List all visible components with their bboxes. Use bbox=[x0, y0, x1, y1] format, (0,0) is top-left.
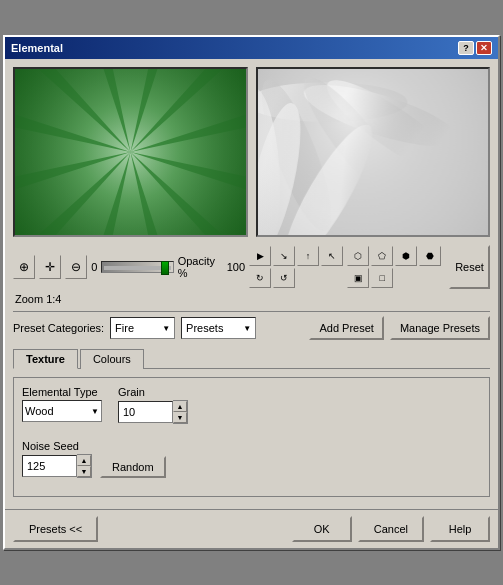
add-preset-button[interactable]: Add Preset bbox=[309, 316, 383, 340]
presets-dropdown[interactable]: Presets ▼ bbox=[181, 317, 256, 339]
preset-categories-label: Preset Categories: bbox=[13, 322, 104, 334]
pattern-icon: ⬣ bbox=[426, 251, 434, 261]
preview-left bbox=[13, 67, 248, 237]
flip-h-icon: ⬡ bbox=[354, 251, 362, 261]
grain-spin-up[interactable]: ▲ bbox=[173, 401, 187, 412]
arrow-up-left-icon: ↖ bbox=[328, 251, 336, 261]
noise-seed-input[interactable] bbox=[22, 455, 77, 477]
grid-row4: ▣ □ bbox=[347, 268, 441, 288]
opacity-value: 100 bbox=[227, 261, 245, 273]
flip-v-icon: ⬠ bbox=[378, 251, 386, 261]
grain-input[interactable] bbox=[118, 401, 173, 423]
move-icon: ✛ bbox=[45, 260, 55, 274]
elemental-type-arrow: ▼ bbox=[91, 407, 99, 416]
tab-texture[interactable]: Texture bbox=[13, 349, 78, 369]
noise-seed-group: Noise Seed ▲ ▼ Random bbox=[22, 440, 481, 478]
arrow-down-right-icon: ↘ bbox=[280, 251, 288, 261]
tab-content: Elemental Type Wood ▼ Grain ▲ ▼ bbox=[13, 377, 490, 497]
window-title: Elemental bbox=[11, 42, 63, 54]
toolbar-row: ⊕ ✛ ⊖ 0 Opacity % 100 bbox=[13, 245, 490, 289]
zoom-in-icon: ⊕ bbox=[19, 260, 29, 274]
grid-buttons-group1: ▶ ↘ ↑ ↖ ↻ ↺ bbox=[249, 246, 343, 288]
frame-icon: ▣ bbox=[354, 273, 363, 283]
tab-colours[interactable]: Colours bbox=[80, 349, 144, 369]
close-button[interactable]: ✕ bbox=[476, 41, 492, 55]
bottom-right: OK Cancel Help bbox=[292, 516, 490, 542]
title-bar: Elemental ? ✕ bbox=[5, 37, 498, 59]
help-title-button[interactable]: ? bbox=[458, 41, 474, 55]
noise-seed-spin-down[interactable]: ▼ bbox=[77, 466, 91, 477]
grid-btn-7[interactable]: ⬡ bbox=[347, 246, 369, 266]
grid-btn-12[interactable]: □ bbox=[371, 268, 393, 288]
presets-dropdown-arrow: ▼ bbox=[243, 324, 251, 333]
grain-label: Grain bbox=[118, 386, 188, 398]
manage-presets-button[interactable]: Manage Presets bbox=[390, 316, 490, 340]
elemental-type-group: Elemental Type Wood ▼ bbox=[22, 386, 102, 424]
help-button[interactable]: Help bbox=[430, 516, 490, 542]
noise-seed-spin-up[interactable]: ▲ bbox=[77, 455, 91, 466]
zoom-in-button[interactable]: ⊕ bbox=[13, 255, 35, 279]
opacity-percent-label: Opacity % bbox=[178, 255, 223, 279]
grid-btn-11[interactable]: ▣ bbox=[347, 268, 369, 288]
grid-btn-2[interactable]: ↘ bbox=[273, 246, 295, 266]
opacity-section: 0 Opacity % 100 bbox=[91, 255, 245, 279]
content-area: ⊕ ✛ ⊖ 0 Opacity % 100 bbox=[5, 59, 498, 505]
grid-btn-9[interactable]: ⬢ bbox=[395, 246, 417, 266]
grid-btn-10[interactable]: ⬣ bbox=[419, 246, 441, 266]
presets-label: Presets bbox=[186, 322, 223, 334]
grain-spin-down[interactable]: ▼ bbox=[173, 412, 187, 423]
grid-btn-3[interactable]: ↑ bbox=[297, 246, 319, 266]
opacity-label: 0 bbox=[91, 261, 97, 273]
grid-buttons-group2: ⬡ ⬠ ⬢ ⬣ ▣ □ bbox=[347, 246, 441, 288]
grid-btn-6[interactable]: ↺ bbox=[273, 268, 295, 288]
zoom-level: Zoom 1:4 bbox=[15, 293, 61, 305]
title-bar-buttons: ? ✕ bbox=[458, 41, 492, 55]
category-value: Fire bbox=[115, 322, 134, 334]
cancel-button[interactable]: Cancel bbox=[358, 516, 424, 542]
texture-form-row1: Elemental Type Wood ▼ Grain ▲ ▼ bbox=[22, 386, 481, 432]
bottom-left: Presets << bbox=[13, 516, 98, 542]
grain-field: ▲ ▼ bbox=[118, 400, 188, 424]
grid-btn-5[interactable]: ↻ bbox=[249, 268, 271, 288]
random-button[interactable]: Random bbox=[100, 456, 166, 478]
category-dropdown[interactable]: Fire ▼ bbox=[110, 317, 175, 339]
arrow-up-icon: ↑ bbox=[306, 251, 311, 261]
preset-row: Preset Categories: Fire ▼ Presets ▼ Add … bbox=[13, 316, 490, 340]
box-icon: □ bbox=[379, 273, 384, 283]
grid-btn-8[interactable]: ⬠ bbox=[371, 246, 393, 266]
grid-btn-1[interactable]: ▶ bbox=[249, 246, 271, 266]
grid-row1: ▶ ↘ ↑ ↖ bbox=[249, 246, 343, 266]
rotate-cw-icon: ↻ bbox=[256, 273, 264, 283]
noise-seed-label: Noise Seed bbox=[22, 440, 481, 452]
ok-button[interactable]: OK bbox=[292, 516, 352, 542]
tile-icon: ⬢ bbox=[402, 251, 410, 261]
opacity-thumb bbox=[161, 261, 169, 275]
presets-toggle-button[interactable]: Presets << bbox=[13, 516, 98, 542]
noise-seed-field: ▲ ▼ bbox=[22, 454, 92, 478]
tabs-bar: Texture Colours bbox=[13, 348, 490, 369]
grid-btn-4[interactable]: ↖ bbox=[321, 246, 343, 266]
elemental-type-label: Elemental Type bbox=[22, 386, 102, 398]
category-dropdown-arrow: ▼ bbox=[162, 324, 170, 333]
preview-canvas-right bbox=[258, 69, 489, 235]
rotate-ccw-icon: ↺ bbox=[280, 273, 288, 283]
reset-button[interactable]: Reset bbox=[449, 245, 490, 289]
preview-right bbox=[256, 67, 491, 237]
noise-row: ▲ ▼ Random bbox=[22, 454, 481, 478]
noise-seed-spinner-buttons: ▲ ▼ bbox=[77, 454, 92, 478]
move-button[interactable]: ✛ bbox=[39, 255, 61, 279]
grain-group: Grain ▲ ▼ bbox=[118, 386, 188, 424]
grain-spinner-buttons: ▲ ▼ bbox=[173, 400, 188, 424]
preview-canvas-left bbox=[15, 69, 246, 235]
zoom-out-button[interactable]: ⊖ bbox=[65, 255, 87, 279]
zoom-out-icon: ⊖ bbox=[71, 260, 81, 274]
opacity-slider[interactable] bbox=[101, 261, 173, 273]
zoom-row: Zoom 1:4 bbox=[13, 293, 490, 305]
main-window: Elemental ? ✕ ⊕ ✛ ⊖ bbox=[3, 35, 500, 550]
bottom-bar: Presets << OK Cancel Help bbox=[5, 509, 498, 548]
grid-row2: ↻ ↺ bbox=[249, 268, 343, 288]
opacity-track bbox=[104, 266, 170, 270]
elemental-type-dropdown[interactable]: Wood ▼ bbox=[22, 400, 102, 422]
arrow-right-icon: ▶ bbox=[257, 251, 264, 261]
divider-1 bbox=[13, 311, 490, 312]
